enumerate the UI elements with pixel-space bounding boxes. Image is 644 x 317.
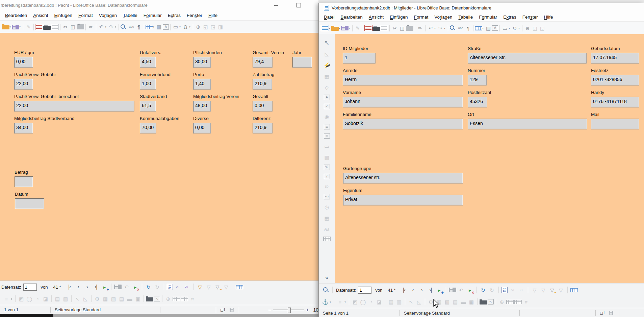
control-wizards-icon[interactable]: ⚡ <box>323 61 331 69</box>
dropdown-arrow-icon[interactable]: ▾ <box>443 24 446 32</box>
field-input-anrede[interactable]: Herrn <box>343 75 463 86</box>
dropdown-arrow-icon[interactable]: ▾ <box>152 23 155 31</box>
page-style[interactable]: Seitenvorlage Standard <box>400 311 519 316</box>
display-grid-icon[interactable] <box>506 300 514 304</box>
previous-record-icon[interactable]: ‹ <box>409 286 417 294</box>
clone-formatting-icon[interactable]: ✏ <box>416 24 424 32</box>
dropdown-arrow-icon[interactable]: ▾ <box>104 23 107 31</box>
open-in-design-mode-icon[interactable] <box>480 300 487 304</box>
field-input-gartengruppe[interactable]: Altenessener str. <box>343 173 463 184</box>
field-input-mitgliedsbeitrag-stadtverband[interactable]: 34,00 <box>14 123 33 133</box>
record-number-input[interactable] <box>23 284 37 291</box>
field-input-id-mitglieder[interactable]: 1 <box>343 53 376 64</box>
field-input-jahr[interactable] <box>292 57 312 68</box>
menu-tabelle[interactable]: Tabelle <box>120 12 140 19</box>
selection-mode-icon[interactable]: ◻I <box>596 311 609 315</box>
field-input-betrag[interactable] <box>15 176 33 187</box>
record-number-input[interactable] <box>358 287 371 294</box>
field-input-stadtverband[interactable]: 61,5 <box>140 101 156 112</box>
copy-icon[interactable]: ◫ <box>398 24 406 32</box>
menu-tabelle[interactable]: Tabelle <box>456 14 476 21</box>
previous-record-icon[interactable]: ‹ <box>75 283 82 291</box>
field-input-zahlbetrag[interactable]: 210,9 <box>253 79 272 90</box>
new-record-icon[interactable]: ▸ <box>101 283 108 291</box>
new-record-icon[interactable]: ▸ <box>436 286 443 294</box>
menu-extras[interactable]: Extras <box>165 12 184 19</box>
field-input-kommunalabgaben[interactable]: 70,00 <box>140 123 156 133</box>
field-input-handy[interactable]: 0176 -41871118 <box>591 97 639 107</box>
form-based-filter-icon[interactable]: ▽ <box>214 283 221 291</box>
menu-format[interactable]: Format <box>411 14 431 21</box>
refresh-icon[interactable]: ↻ <box>145 283 152 291</box>
dropdown-arrow-icon[interactable]: ▾ <box>328 24 331 32</box>
search-icon[interactable] <box>323 287 329 293</box>
undo-data-entry-icon[interactable]: ↶ <box>458 286 465 294</box>
snap-to-grid-icon[interactable] <box>181 297 188 301</box>
print-icon[interactable] <box>43 26 51 30</box>
field-input-festnetz[interactable]: 0201 -328856 <box>591 75 639 86</box>
menu-fenster[interactable]: Fenster <box>184 12 205 19</box>
dropdown-arrow-icon[interactable]: ▾ <box>347 24 351 32</box>
formatting-marks-icon[interactable]: ¶ <box>135 23 143 31</box>
anchor-icon[interactable]: ⚓ <box>321 298 329 306</box>
field-input-vorname[interactable]: Johann <box>343 97 463 107</box>
cut-icon[interactable]: ✂ <box>62 23 69 31</box>
zoom-thumb[interactable] <box>288 308 291 313</box>
sort-descending-icon[interactable]: Z↓ <box>183 283 190 291</box>
field-input-porto[interactable]: 1,40 <box>193 79 211 90</box>
export-pdf-icon[interactable] <box>35 24 43 30</box>
field-input-diverse[interactable]: 0,00 <box>193 123 211 133</box>
insert-textbox-icon[interactable]: A <box>492 25 498 31</box>
next-record-icon[interactable]: › <box>83 283 91 291</box>
field-input-gesamt-verein[interactable]: 79,4 <box>253 57 273 68</box>
titlebar-mitglieder[interactable]: Vorbereitungsdatenbank2.odb : Mitglieder… <box>319 3 644 13</box>
sort-ascending-icon[interactable]: A↓ <box>174 283 182 291</box>
print-icon[interactable] <box>372 27 380 31</box>
refresh-icon[interactable]: ↻ <box>480 286 487 294</box>
undo-data-entry-icon[interactable]: ↶ <box>123 283 130 291</box>
menu-ansicht[interactable]: Ansicht <box>366 14 387 21</box>
field-input-postleitzahl[interactable]: 45326 <box>468 97 487 107</box>
last-record-icon[interactable]: ›| <box>427 286 434 294</box>
find-replace-icon[interactable] <box>449 25 457 31</box>
zoom-in-icon[interactable]: + <box>306 307 309 313</box>
field-input-ort[interactable]: Essen <box>468 119 587 129</box>
display-grid-icon[interactable] <box>173 297 180 301</box>
paste-icon[interactable] <box>406 26 413 31</box>
zoom-slider[interactable]: − + <box>268 307 309 313</box>
open-in-design-mode-icon[interactable] <box>146 297 153 301</box>
automatic-control-focus-icon[interactable]: ↖ <box>154 296 160 301</box>
spelling-icon[interactable]: abc <box>128 23 135 31</box>
dropdown-arrow-icon[interactable]: ▾ <box>481 24 485 32</box>
insert-image-icon[interactable]: ▨ <box>155 23 163 31</box>
field-input-gezahlt[interactable]: 0,00 <box>253 101 273 112</box>
field-input-pacht-verw-geb-hr-berechnet[interactable]: 22.00 <box>14 101 134 112</box>
dropdown-arrow-icon[interactable]: ▾ <box>343 298 347 306</box>
delete-record-icon[interactable]: ▸ <box>132 283 139 291</box>
dropdown-arrow-icon[interactable]: ▾ <box>433 24 437 32</box>
formatting-marks-icon[interactable]: ¶ <box>464 24 472 32</box>
autofilter-icon[interactable]: ▽ <box>196 283 204 291</box>
spelling-icon[interactable]: abc <box>457 24 464 32</box>
dropdown-arrow-icon[interactable]: ▾ <box>517 24 521 32</box>
field-input-unfallvers[interactable]: 4,50 <box>140 57 156 68</box>
dropdown-arrow-icon[interactable]: ▾ <box>338 24 341 32</box>
first-record-icon[interactable]: |‹ <box>401 286 408 294</box>
menu-extras[interactable]: Extras <box>500 14 519 21</box>
field-input-eigentum[interactable]: Privat <box>343 195 463 205</box>
menu-hilfe[interactable]: Hilfe <box>205 12 221 19</box>
zoom-out-icon[interactable]: − <box>268 307 271 313</box>
last-record-icon[interactable]: ›| <box>92 283 100 291</box>
find-replace-icon[interactable] <box>120 24 128 30</box>
sort-icon[interactable]: AZ ZA <box>501 287 508 293</box>
field-input-pacht-verw-geb-hr[interactable]: 22,00 <box>14 79 33 90</box>
menu-formular[interactable]: Formular <box>476 14 500 21</box>
hyperlink-icon[interactable]: ⊕ <box>195 23 202 31</box>
sort-icon[interactable]: AZ ZA <box>167 284 173 290</box>
insert-textbox-icon[interactable]: A <box>163 24 169 30</box>
snap-to-grid-icon[interactable] <box>514 300 522 304</box>
minimize-button[interactable] <box>274 5 278 6</box>
menu-datei[interactable]: Datei <box>321 14 338 21</box>
maximize-button[interactable] <box>297 3 301 7</box>
field-input-familienname[interactable]: Sobotzik <box>343 119 463 129</box>
